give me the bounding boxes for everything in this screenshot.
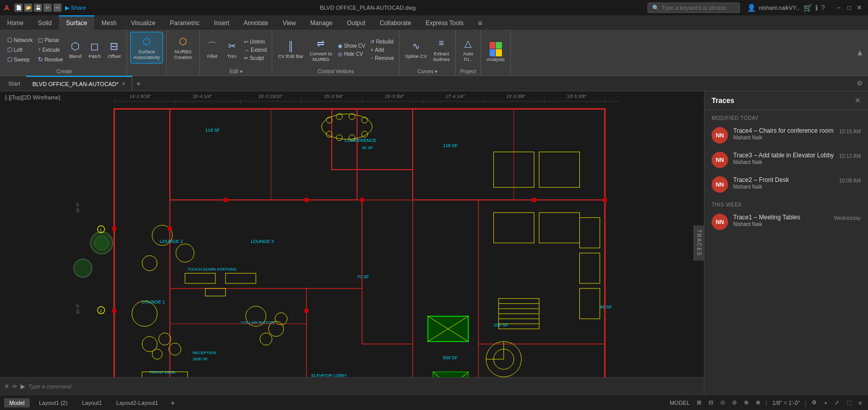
clean-screen-btn[interactable]: ⤢ xyxy=(833,398,841,407)
redo-icon[interactable]: ↪ xyxy=(53,4,62,12)
maximize-btn[interactable]: □ xyxy=(844,3,854,12)
close-btn[interactable]: ✕ xyxy=(855,3,864,12)
curves-buttons: ∿ Spline CV ≡ ExtractIsolines xyxy=(402,32,452,68)
btn-trim[interactable]: ✂ Trim xyxy=(223,38,241,60)
btn-offset[interactable]: ⊟ Offset xyxy=(105,38,124,60)
create-col2: ◻ Planar ↑ Extrude ↻ Revolve xyxy=(36,35,65,64)
trace-item-4[interactable]: NN Trace4 – Chairs for conference room N… xyxy=(704,123,868,148)
btn-planar[interactable]: ◻ Planar xyxy=(36,35,65,45)
tab-view[interactable]: View xyxy=(275,15,303,30)
tab-collaborate[interactable]: Collaborate xyxy=(373,15,418,30)
add-tab-btn[interactable]: + xyxy=(132,77,145,90)
btn-extrude[interactable]: ↑ Extrude xyxy=(36,45,65,54)
trace-item-1[interactable]: NN Trace1 – Meeting Tables Nishant Naik … xyxy=(704,210,868,234)
layout-model[interactable]: Model xyxy=(4,398,30,407)
section-today-label: MODIFIED TODAY xyxy=(704,110,868,123)
trace-item-2[interactable]: NN Trace2 – Front Desk Nishant Naik 10:0… xyxy=(704,172,868,197)
search-input[interactable] xyxy=(661,5,735,11)
ribbon-collapse[interactable]: ▲ xyxy=(854,30,866,75)
ortho-toggle[interactable]: ⊙ xyxy=(718,398,727,407)
tab-insert[interactable]: Insert xyxy=(207,15,236,30)
patch-icon: ◻ xyxy=(89,40,101,52)
snap-toggle[interactable]: ⊟ xyxy=(706,398,715,407)
trace-item-3[interactable]: NN Trace3 – Add table in Elevator Lobby … xyxy=(704,148,868,172)
svg-text:LOUNGE 1: LOUNGE 1 xyxy=(142,299,165,304)
btn-add-cv[interactable]: + Add xyxy=(368,46,396,54)
btn-revolve[interactable]: ↻ Revolve xyxy=(36,55,65,64)
btn-rebuild[interactable]: ↺ Rebuild xyxy=(368,38,396,46)
help-icon[interactable]: ? xyxy=(821,4,825,12)
trace1-time: Wednesday xyxy=(834,215,861,221)
share-icon[interactable]: ▶ Share xyxy=(63,5,88,11)
btn-auto-tri[interactable]: △ AutoTri... xyxy=(459,36,477,64)
btn-extract-isolines[interactable]: ≡ ExtractIsolines xyxy=(431,36,452,64)
btn-show-cv[interactable]: ◉ Show CV xyxy=(336,42,368,50)
btn-fillet[interactable]: ⌒ Fillet xyxy=(203,38,221,60)
tab-visualize[interactable]: Visualize xyxy=(124,15,163,30)
btn-remove-cv[interactable]: − Remove xyxy=(368,54,396,62)
btn-spline-cv[interactable]: ∿ Spline CV xyxy=(402,38,429,60)
btn-surface-associativity[interactable]: ⬡ SurfaceAssociativity xyxy=(130,32,163,64)
tab-active-document[interactable]: BLVD OFFICE_PLAN-AUTOCAD* ✕ xyxy=(26,76,132,91)
floorplan-svg[interactable]: 14'-2 9/16" 15'-4 1/4" 15'-3 13/16" 15'-… xyxy=(0,91,704,395)
save-icon[interactable]: 💾 xyxy=(34,4,42,12)
tab-annotate[interactable]: Annotate xyxy=(236,15,275,30)
minimize-btn[interactable]: − xyxy=(834,3,843,12)
cmd-icon-pencil[interactable]: ✏ xyxy=(12,383,17,390)
btn-sculpt[interactable]: ✏ Sculpt xyxy=(242,54,269,62)
open-icon[interactable]: 📂 xyxy=(24,4,32,12)
add-layout-btn[interactable]: + xyxy=(168,398,178,408)
model-space-btn[interactable]: MODEL xyxy=(668,399,692,407)
layout-layout1[interactable]: Layout1 xyxy=(77,398,107,407)
tab-mesh[interactable]: Mesh xyxy=(94,15,124,30)
tab-close-icon[interactable]: ✕ xyxy=(122,81,126,87)
polar-toggle[interactable]: ⊘ xyxy=(730,398,739,407)
btn-hide-cv[interactable]: ◎ Hide CV xyxy=(336,50,368,58)
btn-convert-nurbs[interactable]: ⇌ Convert toNURBS xyxy=(307,36,335,64)
tab-express[interactable]: Express Tools xyxy=(418,15,471,30)
drawing-area[interactable]: [-][Top][2D Wireframe] 14'-2 9/ xyxy=(0,91,704,395)
nav-bar-btn[interactable]: ≡ xyxy=(857,399,864,407)
tab-solid[interactable]: Solid xyxy=(31,15,59,30)
btn-extend[interactable]: → Extend xyxy=(242,46,269,54)
viewport-btn[interactable]: ⬚ xyxy=(844,398,854,407)
loft-icon: ⬡ xyxy=(7,46,12,53)
cart-icon[interactable]: 🛒 xyxy=(803,4,812,12)
ribbon-tab-bar: Home Solid Surface Mesh Visualize Parame… xyxy=(0,15,868,30)
btn-nurbs-creation[interactable]: ⬡ NURBSCreation xyxy=(170,32,196,64)
tab-output[interactable]: Output xyxy=(339,15,372,30)
btn-patch[interactable]: ◻ Patch xyxy=(86,38,104,60)
search-box[interactable]: 🔍 xyxy=(648,3,740,13)
btn-sweep[interactable]: ⬡ Sweep xyxy=(5,55,35,64)
new-icon[interactable]: 📄 xyxy=(14,4,23,12)
settings-btn[interactable]: ⚙ xyxy=(810,398,819,407)
info-icon[interactable]: ℹ xyxy=(815,4,818,12)
btn-network[interactable]: ⬡ Network xyxy=(5,35,35,45)
tab-start[interactable]: Start xyxy=(2,78,26,89)
traces-close-btn[interactable]: ✕ xyxy=(855,96,861,105)
btn-loft[interactable]: ⬡ Loft xyxy=(5,45,35,54)
tab-home[interactable]: Home xyxy=(0,15,31,30)
annotation-scale[interactable]: 1/8" = 1'-0" xyxy=(770,399,802,407)
btn-analysis[interactable]: Analysis xyxy=(484,42,507,64)
tab-parametric[interactable]: Parametric xyxy=(163,15,207,30)
traces-side-label[interactable]: TRACES xyxy=(694,225,704,261)
undo-icon[interactable]: ↩ xyxy=(44,4,52,12)
btn-cv-edit-bar[interactable]: ║ CV Edit Bar xyxy=(275,38,306,60)
command-input[interactable] xyxy=(28,383,700,389)
tab-more[interactable]: ≡ xyxy=(471,15,489,30)
trace4-time: 10:15 AM xyxy=(839,129,861,134)
layout-layout2[interactable]: Layout2-Layout1 xyxy=(111,398,164,407)
layout-layout1-2[interactable]: Layout1 (2) xyxy=(34,398,73,407)
status-sep2: | xyxy=(805,399,806,406)
grid-toggle[interactable]: ⊞ xyxy=(695,398,703,407)
status-icons-more[interactable]: ⊕ xyxy=(754,398,762,407)
cmd-icon-x[interactable]: ✕ xyxy=(4,383,9,390)
tabs-settings-icon[interactable]: ⚙ xyxy=(854,79,866,87)
tab-surface[interactable]: Surface xyxy=(59,15,94,30)
tab-manage[interactable]: Manage xyxy=(303,15,339,30)
osnap-toggle[interactable]: ⊕ xyxy=(742,398,751,407)
btn-blend[interactable]: ⬡ Blend xyxy=(66,38,85,60)
btn-untrim[interactable]: ↩ Untrim xyxy=(242,38,269,46)
workspace-btn[interactable]: + xyxy=(822,399,829,407)
